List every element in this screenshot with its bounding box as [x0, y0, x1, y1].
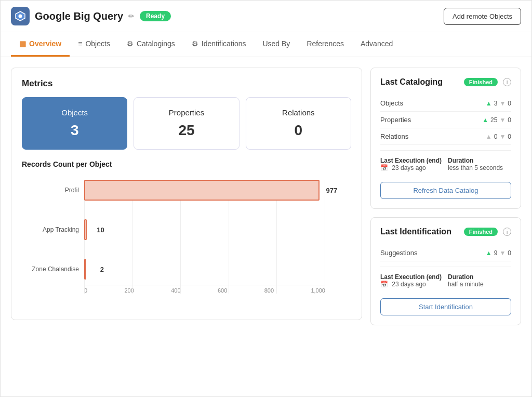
stat-objects-up: 3	[494, 100, 498, 107]
last-identification-header: Last Identification Finished i	[380, 227, 511, 236]
chart-row-app-tracking: App Tracking 10	[84, 219, 325, 240]
axis-200: 200	[125, 287, 134, 294]
stat-objects-down: 0	[508, 100, 511, 107]
metric-relations-label: Relations	[257, 108, 340, 117]
metric-properties-label: Properties	[144, 108, 228, 117]
id-last-exec-value: 📅 23 days ago	[380, 281, 444, 288]
tab-overview-label: Overview	[29, 39, 61, 48]
app-header: Google Big Query ✏ Ready Add remote Obje…	[1, 1, 531, 32]
chart-row-zone: Zone Chalandise 2	[84, 259, 325, 280]
tab-overview[interactable]: ▦ Overview	[11, 32, 70, 57]
cataloging-stat-objects: Objects ▲ 3 ▼ 0	[380, 95, 511, 112]
calendar-icon2: 📅	[380, 281, 388, 288]
status-badge: Ready	[140, 11, 171, 21]
tab-used-by[interactable]: Used By	[254, 32, 298, 57]
identification-status-badge: Finished	[464, 228, 498, 236]
header-left: Google Big Query ✏ Ready	[11, 7, 171, 25]
stat-relations-down: 0	[508, 133, 511, 140]
tab-references-label: References	[307, 39, 344, 48]
chart-bar-container-zone: 2	[84, 259, 325, 280]
cataloging-status-badge: Finished	[464, 78, 498, 86]
cataloging-meta: Last Execution (end) 📅 23 days ago Durat…	[380, 157, 511, 171]
x-axis: 0 200 400 600 800 1,000	[84, 285, 325, 294]
last-exec-value: 📅 23 days ago	[380, 164, 444, 171]
chart-value-profil: 977	[326, 187, 338, 194]
duration-label: Duration	[448, 157, 511, 164]
start-identification-button[interactable]: Start Identification	[380, 298, 511, 315]
refresh-catalog-button[interactable]: Refresh Data Catalog	[380, 182, 511, 199]
stat-suggestions-down: 0	[508, 249, 511, 257]
metrics-card: Metrics Objects 3 Properties 25 Relation…	[11, 68, 362, 320]
axis-800: 800	[264, 287, 274, 294]
tab-objects-label: Objects	[85, 39, 110, 48]
axis-600: 600	[218, 287, 227, 294]
metric-properties: Properties 25	[134, 97, 239, 150]
cataloging-stat-properties: Properties ▲ 25 ▼ 0	[380, 112, 511, 128]
metric-objects: Objects 3	[22, 97, 127, 150]
axis-0: 0	[84, 287, 87, 294]
last-cataloging-header: Last Cataloging Finished i	[380, 77, 511, 87]
identification-stat-suggestions: Suggestions ▲ 9 ▼ 0	[380, 245, 511, 261]
chart-bar-profil: 977	[84, 180, 320, 201]
left-panel: Metrics Objects 3 Properties 25 Relation…	[11, 68, 362, 386]
arrow-down-icon2: ▼	[499, 116, 506, 124]
stat-properties-changes: ▲ 25 ▼ 0	[482, 116, 511, 124]
chart-label-zone: Zone Chalandise	[27, 266, 79, 273]
tab-identifications[interactable]: ⚙ Identifications	[183, 32, 255, 57]
stat-suggestions-up: 9	[494, 249, 498, 257]
metrics-title: Metrics	[22, 78, 351, 89]
chart-bar-container-profil: 977	[84, 180, 325, 201]
chart-bar-container-app-tracking: 10	[84, 219, 325, 240]
axis-1000: 1,000	[311, 287, 325, 294]
metric-properties-value: 25	[144, 122, 228, 139]
tab-advanced[interactable]: Advanced	[352, 32, 401, 57]
arrow-up-icon4: ▲	[486, 249, 492, 257]
metrics-grid: Objects 3 Properties 25 Relations 0	[22, 97, 351, 150]
objects-icon: ≡	[78, 39, 82, 48]
chart-value-zone: 2	[100, 266, 104, 273]
arrow-down-icon: ▼	[499, 100, 506, 107]
last-identification-title: Last Identification	[380, 227, 459, 236]
arrow-up-icon: ▲	[486, 100, 492, 107]
identifications-icon: ⚙	[192, 39, 198, 48]
last-exec-label-wrapper: Last Execution (end) 📅 23 days ago	[380, 157, 444, 171]
metric-relations-value: 0	[257, 122, 340, 139]
stat-relations-name: Relations	[380, 133, 486, 140]
tab-objects[interactable]: ≡ Objects	[70, 32, 118, 57]
tab-advanced-label: Advanced	[361, 39, 393, 48]
stat-relations-changes: ▲ 0 ▼ 0	[486, 133, 511, 140]
last-cataloging-card: Last Cataloging Finished i Objects ▲ 3 ▼…	[370, 68, 521, 209]
chart-value-app-tracking: 10	[97, 226, 104, 234]
main-content: Metrics Objects 3 Properties 25 Relation…	[1, 57, 531, 396]
tab-catalogings-label: Catalogings	[137, 39, 175, 48]
overview-icon: ▦	[19, 39, 26, 48]
metric-relations: Relations 0	[246, 97, 351, 150]
id-last-exec-label: Last Execution (end)	[380, 273, 444, 281]
arrow-up-icon2: ▲	[482, 116, 488, 124]
app-logo	[11, 7, 30, 25]
chart-bar-zone: 2	[84, 259, 86, 280]
cataloging-stat-relations: Relations ▲ 0 ▼ 0	[380, 128, 511, 145]
duration-wrapper: Duration less than 5 seconds	[448, 157, 511, 171]
stat-suggestions-name: Suggestions	[380, 249, 486, 257]
tab-catalogings[interactable]: ⚙ Catalogings	[118, 32, 183, 57]
stat-suggestions-changes: ▲ 9 ▼ 0	[486, 249, 511, 257]
bar-chart: Profil 977 App Tracking 10	[22, 175, 351, 309]
add-remote-button[interactable]: Add remote Objects	[444, 8, 521, 25]
right-panel: Last Cataloging Finished i Objects ▲ 3 ▼…	[370, 68, 521, 386]
chart-label-app-tracking: App Tracking	[27, 226, 79, 233]
cataloging-info-icon[interactable]: i	[503, 78, 511, 86]
chart-title: Records Count per Object	[22, 160, 351, 168]
calendar-icon: 📅	[380, 164, 388, 171]
edit-icon[interactable]: ✏	[128, 12, 135, 20]
stat-properties-down: 0	[508, 116, 511, 124]
tab-identifications-label: Identifications	[202, 39, 246, 48]
stat-properties-up: 25	[490, 116, 497, 124]
tab-references[interactable]: References	[298, 32, 352, 57]
duration-value: less than 5 seconds	[448, 164, 511, 171]
svg-point-1	[19, 15, 22, 18]
stat-objects-name: Objects	[380, 99, 486, 107]
arrow-down-icon4: ▼	[499, 249, 506, 257]
identification-info-icon[interactable]: i	[503, 228, 511, 236]
stat-relations-up: 0	[494, 133, 498, 140]
